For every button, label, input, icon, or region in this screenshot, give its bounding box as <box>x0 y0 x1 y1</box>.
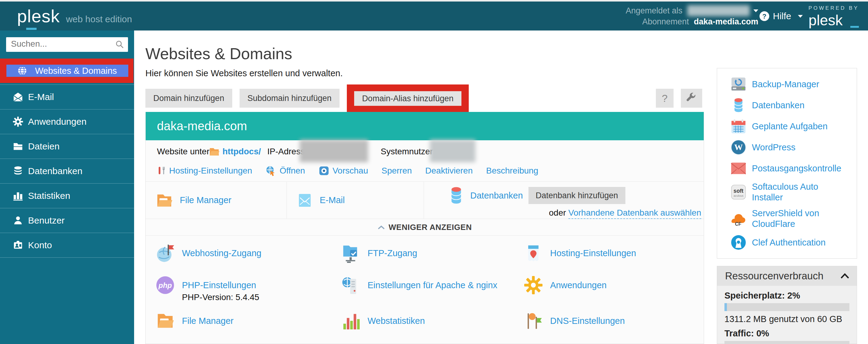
tool-postausgangskontrolle[interactable]: Postausgangskontrolle <box>731 161 852 176</box>
plesk-logo-dash <box>26 28 37 30</box>
feature-label: Webstatistiken <box>368 316 425 326</box>
svg-text:?: ? <box>762 12 766 20</box>
ftp-access-icon <box>341 243 361 263</box>
feature-ftp-access[interactable]: FTP-Zugang <box>341 243 417 263</box>
sidebar-item-konto[interactable]: Konto <box>0 233 134 257</box>
email-link[interactable]: E-Mail <box>320 195 345 205</box>
plesk-screen: plesk web host edition Angemeldet als Ab… <box>0 0 868 344</box>
sidebar-item-label: Statistiken <box>28 191 70 201</box>
sidebar-item-email[interactable]: E-Mail <box>0 84 134 109</box>
open-site-link[interactable]: Öffnen <box>266 165 305 176</box>
tool-clef[interactable]: Clef Authentication <box>731 234 852 250</box>
select-existing-db-link[interactable]: Vorhandene Datenbank auswählen <box>568 208 701 219</box>
folder-icon <box>155 311 175 331</box>
id-card-icon <box>13 240 23 250</box>
resources-title: Ressourcenverbrauch <box>725 270 824 282</box>
sidebar-item-label: Websites & Domains <box>35 66 117 76</box>
sidebar-item-benutzer[interactable]: Benutzer <box>0 208 134 233</box>
website-under-label: Website unter <box>157 144 209 159</box>
file-manager-link[interactable]: File Manager <box>180 195 231 205</box>
suspend-link[interactable]: Sperren <box>381 166 412 176</box>
sidebar-item-websites-domains[interactable]: Websites & Domains <box>6 65 128 77</box>
help-menu[interactable]: ? Hilfe <box>759 11 803 22</box>
deactivate-link[interactable]: Deaktivieren <box>425 166 473 176</box>
search-input[interactable] <box>6 37 112 51</box>
add-database-button[interactable]: Datenbank hinzufügen <box>528 187 625 204</box>
preview-link[interactable]: Vorschau <box>318 166 368 176</box>
sidebar-item-datenbanken[interactable]: Datenbanken <box>0 159 134 183</box>
link-label: Deaktivieren <box>425 166 473 176</box>
tool-backup-manager[interactable]: Backup-Manager <box>731 76 852 92</box>
user-caret-icon[interactable] <box>753 9 758 12</box>
collapse-chevron-icon <box>840 273 849 279</box>
databases-link[interactable]: Datenbanken <box>470 191 523 201</box>
svg-text:W: W <box>734 142 743 152</box>
open-site-icon <box>266 165 276 176</box>
page-title: Websites & Domains <box>145 45 292 63</box>
or-label: oder <box>549 208 566 218</box>
file-manager-cell[interactable]: File Manager <box>146 182 287 219</box>
hosting-settings-icon <box>523 243 544 263</box>
tool-label: Clef Authentication <box>752 237 826 248</box>
signed-in-label: Angemeldet als <box>626 5 682 16</box>
feature-hosting-settings[interactable]: Hosting-Einstellungen <box>523 243 636 263</box>
tool-label: Datenbanken <box>752 100 805 111</box>
apache-nginx-icon <box>341 275 361 295</box>
page-subtitle: Hier können Sie Websites erstellen und v… <box>145 68 343 78</box>
collapse-toggle[interactable]: WENIGER ANZEIGEN <box>146 223 704 232</box>
tool-geplante-aufgaben[interactable]: Geplante Aufgaben <box>731 118 852 134</box>
tool-wordpress[interactable]: W WordPress <box>731 139 852 155</box>
svg-text:CF: CF <box>735 221 742 227</box>
email-cell[interactable]: E-Mail <box>287 182 424 219</box>
resources-header[interactable]: Ressourcenverbrauch <box>717 266 857 286</box>
search-box <box>6 37 128 52</box>
database-icon <box>731 97 746 113</box>
backup-manager-icon <box>731 76 746 92</box>
sidebar: Websites & Domains E-Mail Anwendungen Da… <box>0 30 134 344</box>
tool-datenbanken[interactable]: Datenbanken <box>731 97 852 113</box>
sidebar-item-dateien[interactable]: Dateien <box>0 134 134 159</box>
powered-by: POWERED BY plesk <box>809 5 859 29</box>
description-link[interactable]: Beschreibung <box>486 166 538 176</box>
feature-dns-settings[interactable]: DNS-Einstellungen <box>523 311 625 331</box>
subscription-value: daka-media.com <box>694 16 758 27</box>
webhosting-access-icon <box>155 243 175 263</box>
resources-body: Speicherplatz: 2% 1311.2 MB genutzt von … <box>717 286 857 344</box>
collapse-label: WENIGER ANZEIGEN <box>389 223 472 232</box>
quick-access-row: File Manager E-Mail Datenbanken Datenban… <box>146 181 704 219</box>
add-domain-alias-button[interactable]: Domain-Alias hinzufügen <box>354 91 461 106</box>
tool-softaculous[interactable]: softaculous Softaculous Auto Installer <box>731 181 852 203</box>
search-icon[interactable] <box>115 40 124 49</box>
utensils-icon <box>157 166 166 176</box>
sidebar-item-anwendungen[interactable]: Anwendungen <box>0 109 134 134</box>
page-tools-button[interactable] <box>681 89 702 108</box>
feature-label: Hosting-Einstellungen <box>550 248 636 258</box>
email-icon <box>296 192 314 209</box>
page-help-button[interactable]: ? <box>656 89 674 108</box>
httpdocs-link[interactable]: httpdocs/ <box>222 144 261 159</box>
sidebar-item-label: Konto <box>28 240 52 250</box>
feature-label: FTP-Zugang <box>368 248 417 258</box>
feature-label: Einstellungen für Apache & nginx <box>368 280 497 290</box>
feature-file-manager[interactable]: File Manager <box>155 311 234 331</box>
link-label: Beschreibung <box>486 166 538 176</box>
link-label: Hosting-Einstellungen <box>169 166 252 176</box>
feature-anwendungen[interactable]: Anwendungen <box>523 275 607 295</box>
cloudflare-icon: CF <box>731 211 746 227</box>
tool-label: Postausgangskontrolle <box>752 163 841 174</box>
tool-label: Softaculous Auto Installer <box>752 181 849 203</box>
signed-in-row[interactable]: Angemeldet als <box>626 5 758 16</box>
feature-apache-nginx[interactable]: Einstellungen für Apache & nginx <box>341 275 497 295</box>
feature-webstatistiken[interactable]: Webstatistiken <box>341 311 425 331</box>
add-domain-button[interactable]: Domain hinzufügen <box>145 89 232 108</box>
domain-panel: daka-media.com Website unter httpdocs/ I… <box>145 112 704 344</box>
sidebar-item-statistiken[interactable]: Statistiken <box>0 183 134 208</box>
hosting-settings-link[interactable]: Hosting-Einstellungen <box>157 166 252 176</box>
domain-name: daka-media.com <box>157 119 247 133</box>
wrench-icon <box>686 92 697 104</box>
webstats-icon <box>341 311 361 331</box>
feature-webhosting-access[interactable]: Webhosting-Zugang <box>155 243 261 263</box>
edition-label: web host edition <box>66 14 132 24</box>
add-subdomain-button[interactable]: Subdomain hinzufügen <box>240 89 340 108</box>
tool-servershield[interactable]: CF ServerShield von CloudFlare <box>731 208 852 229</box>
